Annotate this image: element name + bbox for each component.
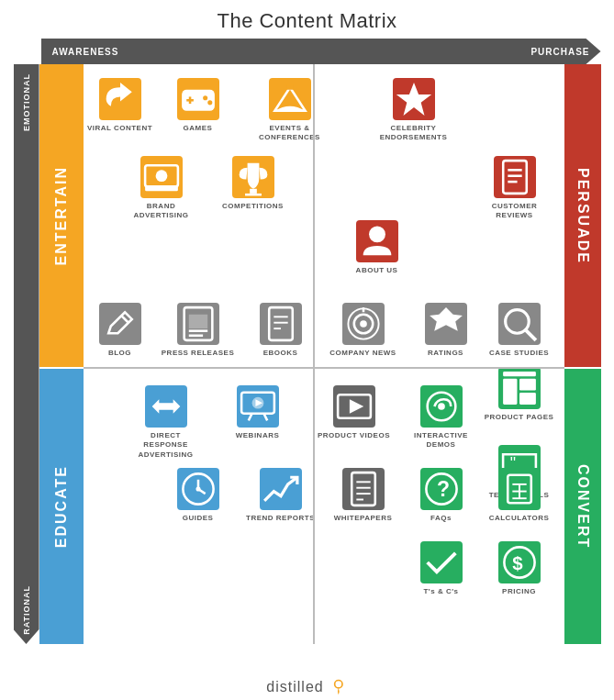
- svg-marker-6: [396, 83, 430, 116]
- svg-text:$: $: [512, 552, 523, 573]
- item-trend-reports: TREND REPORTS: [244, 468, 318, 523]
- item-customer-reviews: CUSTOMER REVIEWS: [478, 156, 552, 221]
- item-ebooks: EBOOKS: [244, 303, 318, 358]
- item-calculators: CALCULATORS: [483, 468, 556, 523]
- svg-rect-11: [245, 194, 262, 196]
- svg-text:?: ?: [436, 477, 449, 501]
- svg-rect-33: [503, 372, 536, 376]
- faqs-label: FAQs: [430, 514, 452, 523]
- svg-line-17: [121, 316, 128, 323]
- svg-rect-51: [352, 472, 375, 506]
- item-guides: GUIDES: [162, 468, 235, 523]
- customer-reviews-icon: [494, 156, 536, 198]
- guides-icon: [177, 468, 219, 510]
- item-product-videos: PRODUCT VIDEOS: [318, 385, 391, 440]
- svg-marker-43: [349, 399, 363, 413]
- trend-reports-label: TREND REPORTS: [246, 514, 315, 523]
- item-pricing: $PRICING: [483, 541, 556, 596]
- svg-rect-36: [519, 393, 536, 405]
- faqs-icon: ?: [420, 468, 463, 510]
- ebooks-icon: [260, 303, 302, 345]
- events-conferences-icon: [269, 78, 311, 120]
- vertical-divider: [313, 64, 315, 644]
- page-title: The Content Matrix: [217, 9, 396, 33]
- ebooks-label: EBOOKS: [263, 349, 298, 358]
- brand-advertising-icon: [140, 156, 183, 198]
- rational-label: RATIONAL: [22, 585, 31, 635]
- product-pages-label: PRODUCT PAGES: [485, 413, 554, 422]
- interactive-demos-label: INTERACTIVE DEMOS: [405, 431, 478, 450]
- customer-reviews-label: CUSTOMER REVIEWS: [478, 202, 552, 221]
- item-viral-content: VIRAL CONTENT: [84, 78, 157, 133]
- item-faqs: ?FAQs: [405, 468, 478, 523]
- webinars-icon: [237, 385, 279, 428]
- svg-point-4: [207, 100, 212, 105]
- calculators-label: CALCULATORS: [489, 514, 550, 523]
- direct-response-icon: [145, 385, 187, 428]
- whitepapers-label: WHITEPAPERS: [334, 514, 393, 523]
- viral-content-label: VIRAL CONTENT: [87, 124, 152, 133]
- item-case-studies: CASE STUDIES: [483, 303, 556, 358]
- item-blog: BLOG: [84, 303, 157, 358]
- pricing-icon: $: [498, 541, 541, 583]
- svg-rect-22: [269, 307, 293, 340]
- press-releases-icon: [177, 303, 219, 345]
- content-items: VIRAL CONTENTGAMESEVENTS & CONFERENCESCE…: [84, 64, 564, 644]
- celebrity-endorsements-icon: [393, 78, 435, 120]
- item-company-news: COMPANY NEWS: [327, 303, 400, 358]
- svg-point-3: [203, 95, 207, 100]
- item-competitions: COMPETITIONS: [217, 156, 290, 211]
- company-news-label: COMPANY NEWS: [329, 349, 396, 358]
- educate-label: EDUCATE: [39, 369, 84, 644]
- svg-point-16: [369, 226, 385, 242]
- entertain-label: ENTERTAIN: [39, 64, 84, 367]
- ratings-icon: [425, 303, 467, 345]
- item-press-releases: PRESS RELEASES: [162, 303, 235, 358]
- item-product-pages: PRODUCT PAGES: [483, 367, 556, 422]
- item-interactive-demos: INTERACTIVE DEMOS: [405, 385, 478, 450]
- svg-point-50: [195, 486, 200, 491]
- press-releases-label: PRESS RELEASES: [162, 349, 234, 358]
- distilled-logo-icon: [329, 678, 348, 696]
- case-studies-icon: [498, 303, 541, 345]
- svg-point-9: [155, 170, 167, 182]
- item-direct-response: DIRECT RESPONSE ADVERTISING: [129, 385, 203, 460]
- whitepapers-icon: [342, 468, 385, 510]
- company-news-icon: [342, 303, 385, 345]
- interactive-demos-icon: [420, 385, 463, 428]
- purchase-label: PURCHASE: [530, 47, 589, 57]
- svg-rect-19: [188, 315, 207, 328]
- webinars-label: WEBINARS: [236, 431, 280, 440]
- footer: distilled: [266, 678, 347, 696]
- blog-label: BLOG: [108, 349, 131, 358]
- ratings-label: RATINGS: [428, 349, 463, 358]
- product-videos-icon: [333, 385, 375, 428]
- svg-line-32: [525, 329, 536, 340]
- item-games: GAMES: [162, 78, 235, 133]
- ts-cs-label: T's & C's: [423, 587, 458, 596]
- svg-rect-5: [286, 85, 294, 90]
- games-icon: [177, 78, 219, 120]
- svg-rect-10: [250, 189, 257, 194]
- svg-marker-30: [430, 307, 463, 331]
- svg-rect-34: [503, 379, 517, 405]
- footer-text: distilled: [266, 679, 323, 695]
- svg-rect-8: [145, 186, 178, 191]
- competitions-label: COMPETITIONS: [222, 202, 284, 211]
- page: The Content Matrix AWARENESS PURCHASE EM…: [0, 0, 614, 700]
- product-videos-label: PRODUCT VIDEOS: [318, 431, 390, 440]
- guides-label: GUIDES: [183, 514, 214, 523]
- matrix-container: AWARENESS PURCHASE EMOTIONAL RATIONAL EN…: [14, 39, 601, 672]
- horizontal-divider: [84, 367, 564, 369]
- events-conferences-label: EVENTS & CONFERENCES: [253, 124, 327, 143]
- item-celebrity-endorsements: CELEBRITY ENDORSEMENTS: [377, 78, 451, 143]
- svg-point-65: [335, 681, 342, 688]
- celebrity-endorsements-label: CELEBRITY ENDORSEMENTS: [377, 124, 451, 143]
- ts-cs-icon: [420, 541, 463, 583]
- item-about-us: ABOUT US: [340, 220, 414, 275]
- awareness-label: AWARENESS: [52, 47, 119, 57]
- brand-advertising-label: BRAND ADVERTISING: [125, 202, 198, 221]
- item-ratings: RATINGS: [409, 303, 483, 358]
- calculators-icon: [498, 468, 541, 510]
- svg-point-26: [360, 320, 367, 328]
